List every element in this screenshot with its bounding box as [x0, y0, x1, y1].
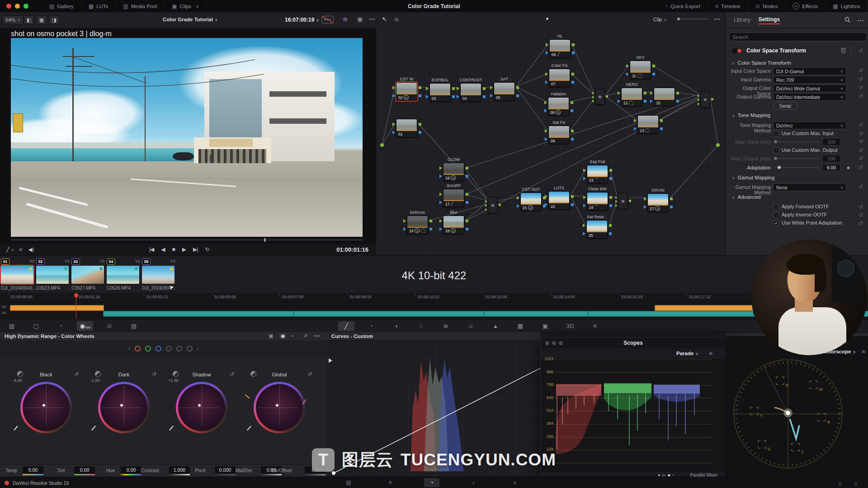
rgb-port[interactable]: [403, 219, 406, 223]
stereo-3d-icon[interactable]: 3D: [562, 321, 578, 331]
wheel-reset-icon[interactable]: ↺: [74, 371, 79, 377]
wheel-center-dot[interactable]: [276, 404, 278, 407]
wipe-mode-icon[interactable]: ≋: [19, 247, 23, 253]
rgb-port[interactable]: [583, 224, 585, 227]
rgb-port[interactable]: [644, 197, 646, 201]
titlebar-right-button-effects[interactable]: fxEffects: [785, 0, 826, 12]
node-blur[interactable]: Blur18fx: [443, 216, 464, 234]
key-port[interactable]: [545, 80, 548, 84]
search-input[interactable]: [729, 33, 867, 41]
key-port[interactable]: [483, 95, 486, 98]
magic-mask-icon[interactable]: ☺: [462, 321, 479, 331]
key-port[interactable]: [634, 127, 637, 131]
key-port[interactable]: [457, 95, 459, 99]
fairlight-page-icon[interactable]: ♪: [466, 478, 481, 487]
curves-icon[interactable]: ╱: [338, 321, 354, 331]
rgb-port[interactable]: [439, 219, 442, 223]
key-port[interactable]: [403, 227, 406, 231]
key-port[interactable]: [583, 232, 585, 235]
key-icon[interactable]: ▦: [512, 321, 528, 331]
key-port[interactable]: [439, 174, 442, 178]
wheel-dial-icon[interactable]: [95, 371, 101, 377]
key-port[interactable]: [516, 94, 519, 97]
node-13[interactable]: 13: [637, 115, 659, 134]
reset-icon[interactable]: ↺: [859, 204, 863, 210]
video-frame[interactable]: [11, 38, 363, 237]
node-defocus[interactable]: Defocus19fx: [407, 216, 428, 234]
gear-icon[interactable]: ☼: [853, 480, 858, 486]
mixer-output-port[interactable]: [629, 200, 631, 202]
rgb-port[interactable]: [571, 101, 573, 104]
rgb-port[interactable]: [466, 167, 468, 169]
key-port[interactable]: [571, 138, 574, 141]
key-port[interactable]: [392, 131, 395, 134]
key-port[interactable]: [618, 99, 620, 103]
key-port[interactable]: [583, 177, 586, 180]
node-exp-pull[interactable]: Exp Pull23⌒: [587, 165, 608, 183]
node-clean-bw[interactable]: Clean BW24⌒: [587, 192, 608, 211]
max-output-slider[interactable]: [774, 158, 819, 159]
skip-start-button[interactable]: |◀: [146, 246, 157, 253]
section-advanced[interactable]: ∨Advanced: [730, 194, 761, 200]
page-dot[interactable]: [187, 346, 193, 352]
node-contrast[interactable]: CONTRAST04: [460, 83, 481, 102]
swap-button[interactable]: Swap: [773, 102, 797, 110]
loop-button[interactable]: ↻: [201, 246, 212, 253]
wheel-dial-icon[interactable]: [173, 371, 179, 377]
mixer-input-port[interactable]: [698, 94, 700, 97]
zoom-window-icon[interactable]: [24, 4, 28, 9]
pan-tool-icon[interactable]: ⊜: [394, 16, 399, 23]
audio-mute-icon[interactable]: ◀): [28, 247, 33, 253]
mixer-output-port[interactable]: [711, 98, 713, 100]
color-wheel[interactable]: [176, 382, 227, 433]
node-cst-in[interactable]: CST IN02fx: [396, 82, 417, 101]
edit-page-icon[interactable]: ≡: [382, 478, 398, 487]
rgb-port[interactable]: [466, 193, 468, 196]
mixer-input-port[interactable]: [615, 196, 618, 199]
viewer-timecode[interactable]: 16:07:00:19∨: [285, 17, 319, 23]
clip-selector[interactable]: Clip∨: [653, 17, 667, 22]
rgb-port[interactable]: [439, 166, 442, 170]
rgb-port[interactable]: [670, 197, 673, 200]
mixer-input-port[interactable]: [592, 100, 594, 103]
rgb-port[interactable]: [483, 87, 486, 90]
rgb-port[interactable]: [650, 91, 653, 95]
node-hl[interactable]: HL06╱: [549, 39, 571, 58]
key-port[interactable]: [392, 94, 395, 98]
key-port[interactable]: [652, 73, 655, 75]
camera-raw-icon[interactable]: ▧: [4, 321, 20, 331]
skip-end-button[interactable]: ▶|: [189, 246, 201, 253]
layer-mixer-node[interactable]: ≋: [618, 193, 628, 209]
rgb-port[interactable]: [583, 196, 586, 199]
rgb-port[interactable]: [452, 87, 455, 90]
key-port[interactable]: [609, 177, 612, 180]
hsl-curves-icon[interactable]: ◔: [363, 321, 379, 331]
titlebar-left-button-luts[interactable]: ▦LUTs: [81, 0, 116, 12]
rgb-port[interactable]: [634, 119, 637, 122]
node-halation[interactable]: Halation08fx: [548, 97, 569, 116]
gamut-method-select[interactable]: None∨: [773, 183, 846, 191]
reset-icon[interactable]: ↺: [859, 84, 863, 91]
wheel-reset-icon[interactable]: ↺: [307, 371, 312, 377]
section-cst[interactable]: ∨Color Space Transform: [730, 60, 791, 66]
rgb-port[interactable]: [583, 169, 586, 172]
window-icon[interactable]: ○: [413, 321, 429, 331]
scope-mode-select[interactable]: Parade∨: [676, 351, 698, 356]
key-port[interactable]: [670, 206, 673, 208]
mixer-input-port[interactable]: [485, 200, 487, 203]
split-view-icon[interactable]: ▦: [36, 15, 47, 24]
section-tone-mapping[interactable]: ∨Tone Mapping: [730, 113, 770, 118]
key-port[interactable]: [571, 109, 573, 112]
timeline-clip-orange[interactable]: [655, 305, 754, 311]
color-wheel[interactable]: [20, 382, 72, 433]
close-window-icon[interactable]: [6, 4, 11, 9]
key-port[interactable]: [546, 51, 548, 55]
reset-icon[interactable]: ↺: [859, 131, 863, 137]
rgb-port[interactable]: [609, 196, 612, 199]
key-port[interactable]: [572, 52, 575, 54]
rgb-mixer-icon[interactable]: ⊙: [101, 321, 118, 331]
rgb-port[interactable]: [392, 86, 395, 89]
rgb-port[interactable]: [419, 86, 421, 89]
node-hero[interactable]: HERO12: [621, 88, 642, 106]
custom-max-input-checkbox[interactable]: [773, 131, 779, 137]
